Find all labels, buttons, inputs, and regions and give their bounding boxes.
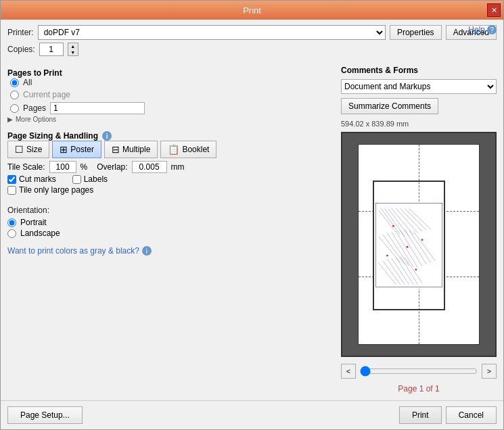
- landscape-row: Landscape: [7, 229, 334, 238]
- labels-label: Labels: [84, 174, 108, 184]
- copies-label: Copies:: [7, 45, 35, 54]
- tile-large-label: Tile only large pages: [19, 185, 93, 195]
- more-options-arrow: ▶: [7, 116, 13, 123]
- all-radio-row: All: [10, 78, 334, 87]
- printer-row: Printer: doPDF v7 Properties Advanced He…: [1, 20, 503, 40]
- title-bar: Print ✕: [1, 1, 503, 20]
- main-content: Pages to Print All Current page Pages: [1, 59, 503, 400]
- pages-section-title: Pages to Print: [7, 68, 334, 78]
- booklet-tab[interactable]: 📋 Booklet: [160, 141, 216, 158]
- svg-point-30: [421, 239, 423, 241]
- current-radio-row: Current page: [10, 90, 334, 99]
- page-setup-button[interactable]: Page Setup...: [7, 406, 83, 424]
- overlap-unit: mm: [171, 162, 185, 172]
- prev-button[interactable]: <: [341, 364, 356, 379]
- multiple-icon: ⊟: [112, 144, 120, 155]
- size-tab-label: Size: [26, 145, 42, 154]
- comments-forms-label: Comments & Forms: [341, 66, 497, 75]
- more-options-label: More Options: [16, 116, 56, 123]
- pages-radio-group: All Current page Pages: [7, 78, 334, 114]
- dimensions-label: 594.02 x 839.89 mm: [341, 120, 497, 128]
- page-slider[interactable]: [360, 366, 478, 377]
- printer-label: Printer:: [7, 28, 34, 37]
- help-link[interactable]: Help: [468, 25, 485, 34]
- color-info-icon[interactable]: i: [142, 246, 152, 256]
- window-title: Print: [243, 5, 261, 16]
- booklet-icon: 📋: [168, 144, 179, 155]
- footer-right: Print Cancel: [399, 406, 497, 424]
- print-button[interactable]: Print: [399, 406, 442, 424]
- sizing-tabs: ☐ Size ⊞ Poster ⊟ Multiple 📋 Booklet: [7, 141, 334, 158]
- size-icon: ☐: [15, 144, 24, 155]
- sizing-section: Page Sizing & Handling i ☐ Size ⊞ Poster…: [7, 128, 334, 195]
- orientation-section: Orientation: Portrait Landscape: [7, 206, 334, 238]
- next-button[interactable]: >: [482, 364, 497, 379]
- preview-box: [341, 132, 497, 357]
- sizing-title: Page Sizing & Handling i: [7, 131, 334, 141]
- pages-radio[interactable]: [10, 104, 19, 113]
- multiple-tab[interactable]: ⊟ Multiple: [104, 141, 158, 158]
- svg-point-28: [407, 246, 409, 248]
- orientation-title: Orientation:: [7, 206, 334, 215]
- poster-tab-label: Poster: [70, 145, 94, 154]
- footer: Page Setup... Print Cancel: [1, 400, 503, 429]
- all-label: All: [23, 78, 32, 87]
- poster-icon: ⊞: [60, 144, 68, 155]
- svg-point-31: [415, 269, 417, 271]
- size-tab[interactable]: ☐ Size: [7, 141, 49, 158]
- cancel-button[interactable]: Cancel: [446, 406, 497, 424]
- overlap-label: Overlap:: [97, 162, 127, 172]
- poster-tab[interactable]: ⊞ Poster: [52, 141, 101, 158]
- tile-large-checkbox[interactable]: [7, 186, 16, 195]
- copies-down[interactable]: ▼: [68, 49, 78, 55]
- color-question[interactable]: Want to print colors as gray & black? i: [7, 246, 334, 256]
- close-button[interactable]: ✕: [487, 3, 501, 17]
- multiple-tab-label: Multiple: [122, 145, 150, 154]
- current-label: Current page: [23, 90, 70, 99]
- sizing-info-icon[interactable]: i: [102, 131, 112, 141]
- svg-rect-0: [374, 201, 444, 289]
- pages-to-print-section: Pages to Print All Current page Pages: [7, 66, 334, 123]
- landscape-label: Landscape: [20, 229, 60, 238]
- copies-up[interactable]: ▲: [68, 43, 78, 49]
- right-panel: Comments & Forms Document and Markups Su…: [341, 66, 497, 393]
- pages-label: Pages: [23, 103, 46, 113]
- more-options[interactable]: ▶ More Options: [7, 116, 334, 123]
- help-icon[interactable]: ?: [487, 25, 497, 34]
- page-preview: [373, 181, 445, 310]
- all-radio[interactable]: [10, 78, 19, 87]
- cut-marks-checkbox[interactable]: [7, 175, 16, 184]
- nav-row: < >: [341, 364, 497, 379]
- current-radio[interactable]: [10, 91, 19, 99]
- help-area: Help ?: [468, 25, 497, 34]
- svg-point-27: [392, 225, 394, 227]
- properties-button[interactable]: Properties: [390, 25, 442, 40]
- pages-input[interactable]: [50, 102, 145, 114]
- sketch-svg: [374, 182, 444, 308]
- portrait-label: Portrait: [20, 218, 47, 227]
- landscape-radio[interactable]: [7, 229, 16, 238]
- portrait-radio[interactable]: [7, 218, 16, 227]
- portrait-row: Portrait: [7, 218, 334, 227]
- pages-radio-row: Pages: [10, 102, 334, 114]
- copies-input[interactable]: 1: [39, 43, 64, 56]
- tile-large-row: Tile only large pages: [7, 185, 334, 195]
- printer-select[interactable]: doPDF v7: [38, 25, 386, 40]
- page-indicator: Page 1 of 1: [341, 384, 497, 393]
- tile-scale-input[interactable]: [49, 161, 76, 173]
- color-question-text: Want to print colors as gray & black?: [7, 246, 139, 256]
- summarize-button[interactable]: Summarize Comments: [341, 98, 438, 114]
- labels-checkbox[interactable]: [72, 175, 81, 184]
- overlap-input[interactable]: [132, 161, 167, 173]
- copies-spinner: ▲ ▼: [68, 43, 78, 56]
- left-panel: Pages to Print All Current page Pages: [7, 66, 334, 393]
- tile-scale-label: Tile Scale:: [7, 162, 45, 172]
- booklet-tab-label: Booklet: [182, 145, 209, 154]
- preview-inner: [358, 144, 480, 344]
- svg-point-29: [386, 255, 388, 257]
- tile-scale-row: Tile Scale: % Overlap: mm: [7, 161, 334, 173]
- cut-marks-row: Cut marks Labels: [7, 174, 334, 184]
- comments-select[interactable]: Document and Markups: [341, 79, 497, 94]
- tile-scale-pct: %: [81, 162, 88, 172]
- cut-marks-label: Cut marks: [19, 174, 56, 184]
